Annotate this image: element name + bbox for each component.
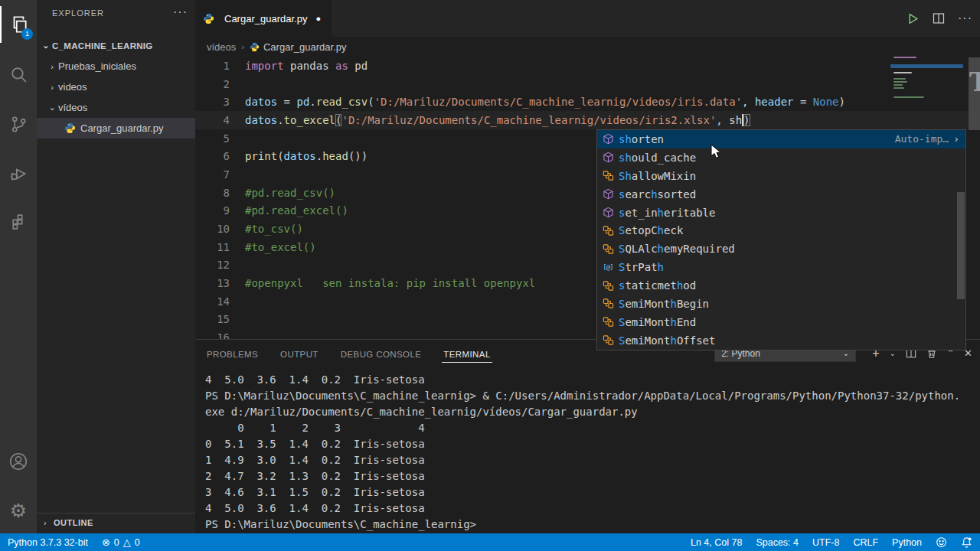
python-interpreter-item[interactable]: Python 3.7.3 32-bit <box>8 537 88 548</box>
account-icon[interactable] <box>0 443 37 480</box>
split-editor-icon[interactable] <box>933 12 945 24</box>
python-file-icon <box>64 122 76 134</box>
breadcrumb-folder[interactable]: vídeos <box>207 41 236 53</box>
code-text: #to_excel() <box>245 241 316 253</box>
panel-tab-terminal[interactable]: TERMINAL <box>442 343 492 364</box>
suggest-label: staticmethod <box>619 279 696 292</box>
chevron-down-icon[interactable]: ⌄ <box>889 350 895 357</box>
feedback-smiley-icon[interactable] <box>936 536 947 548</box>
language-mode-item[interactable]: Python <box>892 537 922 548</box>
line-number[interactable]: 10 <box>195 223 230 235</box>
tree-item-pruebas-iniciales[interactable]: ›Pruebas_iniciales <box>37 56 195 77</box>
suggest-item-strpath[interactable]: [@]StrPath <box>597 258 965 276</box>
explorer-tree: ⌄C_MACHINE_LEARNIG›Pruebas_iniciales›vid… <box>37 35 195 139</box>
explorer-root-folder[interactable]: ⌄C_MACHINE_LEARNIG <box>37 35 195 56</box>
chevron-down-icon: ⌄ <box>40 41 52 51</box>
error-icon: ⊗ <box>102 536 110 548</box>
chevron-right-icon: › <box>46 62 58 71</box>
suggest-item-semimonthend[interactable]: SemiMonthEnd <box>597 313 965 331</box>
symbol-class-icon <box>602 243 614 255</box>
tree-item-cargar-guardar-py[interactable]: Cargar_guardar.py <box>37 118 195 139</box>
more-actions-icon[interactable]: ··· <box>958 15 972 22</box>
suggest-label: SemiMonthOffset <box>619 334 715 347</box>
breadcrumb: vídeos › Cargar_guardar.py <box>195 37 980 57</box>
suggest-item-sqlalchemyrequired[interactable]: SQLAlchemyRequired <box>597 240 965 258</box>
tree-item-videos[interactable]: ›videos <box>37 77 195 97</box>
modified-dot-icon: ● <box>315 14 321 23</box>
line-number[interactable]: 14 <box>195 295 230 308</box>
code-text: datos = pd.read_csv('D:/Mariluz/Document… <box>245 96 845 108</box>
suggest-item-shorten[interactable]: shortenAuto-imp…› <box>597 130 965 148</box>
suggest-item-staticmethod[interactable]: staticmethod <box>597 276 965 295</box>
code-line-1[interactable]: 1import pandas as pd <box>195 57 980 75</box>
python-file-icon <box>250 42 260 52</box>
eol-item[interactable]: CRLF <box>853 537 878 548</box>
notifications-bell-icon[interactable] <box>961 536 972 548</box>
symbol-value-icon: [@] <box>602 261 614 273</box>
tab-cargar-guardar[interactable]: Cargar_guardar.py ● <box>195 0 332 37</box>
suggest-label: ShallowMixin <box>619 170 696 182</box>
symbol-module-icon <box>602 207 614 219</box>
suggest-item-setopcheck[interactable]: SetopCheck <box>597 221 965 240</box>
source-control-icon[interactable] <box>0 106 37 142</box>
search-icon[interactable] <box>0 56 37 93</box>
panel-tab-output[interactable]: OUTPUT <box>279 343 320 364</box>
suggest-scrollbar[interactable] <box>957 192 965 299</box>
line-number[interactable]: 2 <box>195 78 230 90</box>
line-number[interactable]: 6 <box>195 150 230 162</box>
line-number[interactable]: 13 <box>195 277 230 289</box>
line-number[interactable]: 8 <box>195 187 230 199</box>
run-debug-icon[interactable] <box>0 155 37 192</box>
chevron-right-icon[interactable]: › <box>953 133 959 145</box>
suggest-item-semimonthbegin[interactable]: SemiMonthBegin <box>597 295 965 313</box>
outline-label: OUTLINE <box>54 518 93 527</box>
breadcrumb-file[interactable]: Cargar_guardar.py <box>250 41 346 53</box>
chevron-right-icon: › <box>37 518 54 527</box>
run-file-button[interactable] <box>906 12 920 25</box>
line-number[interactable]: 9 <box>195 204 230 217</box>
settings-gear-icon[interactable]: ⚙ <box>0 492 37 529</box>
suggest-label: shorten <box>619 133 664 145</box>
suggest-item-should_cache[interactable]: should_cache <box>597 148 965 167</box>
suggest-item-searchsorted[interactable]: searchsorted <box>597 185 965 204</box>
line-number[interactable]: 11 <box>195 241 230 253</box>
extensions-icon[interactable] <box>0 204 37 240</box>
terminal-output[interactable]: 4 5.0 3.6 1.4 0.2 Iris-setosaPS D:\Maril… <box>205 372 977 533</box>
tree-item-v-deos[interactable]: ⌄vídeos <box>37 97 195 118</box>
suggest-item-shallowmixin[interactable]: ShallowMixin <box>597 167 965 185</box>
minimap[interactable] <box>890 55 963 106</box>
tab-bar: Cargar_guardar.py ● ··· <box>195 0 980 37</box>
line-number[interactable]: 16 <box>195 331 230 339</box>
explorer-icon[interactable]: 1 <box>0 6 37 43</box>
code-line-4[interactable]: 4datos.to_excel('D:/Mariluz/Documents/C_… <box>195 111 980 129</box>
terminal-line: 4 5.0 3.6 1.4 0.2 Iris-setosa <box>205 372 977 388</box>
suggest-label: SQLAlchemyRequired <box>619 243 735 255</box>
terminal-line: 4 5.0 3.6 1.4 0.2 Iris-setosa <box>205 500 977 517</box>
line-number[interactable]: 5 <box>195 132 230 145</box>
line-number[interactable]: 1 <box>195 60 230 72</box>
encoding-item[interactable]: UTF-8 <box>812 537 839 548</box>
suggest-label: set_inheritable <box>619 207 715 219</box>
symbol-class-icon <box>602 170 614 182</box>
cursor-position-item[interactable]: Ln 4, Col 78 <box>691 537 742 548</box>
problems-item[interactable]: ⊗ 0 △ 0 <box>102 536 140 548</box>
line-number[interactable]: 7 <box>195 168 230 181</box>
tree-item-label: Cargar_guardar.py <box>80 122 163 134</box>
line-number[interactable]: 4 <box>195 114 230 126</box>
outline-section[interactable]: › OUTLINE <box>37 513 195 532</box>
line-number[interactable]: 12 <box>195 259 230 271</box>
suggest-label: should_cache <box>619 152 696 164</box>
panel-tab-debug-console[interactable]: DEBUG CONSOLE <box>339 343 423 364</box>
terminal-line: PS D:\Mariluz\Documents\C_machine_learni… <box>205 517 977 533</box>
indentation-item[interactable]: Spaces: 4 <box>756 537 799 548</box>
terminal-line: 0 1 2 3 4 <box>205 420 977 436</box>
code-line-2[interactable]: 2 <box>195 75 980 93</box>
line-number[interactable]: 15 <box>195 313 230 325</box>
panel-tab-problems[interactable]: PROBLEMS <box>205 343 260 364</box>
code-line-3[interactable]: 3datos = pd.read_csv('D:/Mariluz/Documen… <box>195 93 980 111</box>
line-number[interactable]: 3 <box>195 96 230 108</box>
views-more-actions-icon[interactable]: ··· <box>173 0 188 27</box>
symbol-module-icon <box>602 152 614 164</box>
suggest-item-set_inheritable[interactable]: set_inheritable <box>597 204 965 222</box>
suggest-item-semimonthoffset[interactable]: SemiMonthOffset <box>597 331 965 350</box>
